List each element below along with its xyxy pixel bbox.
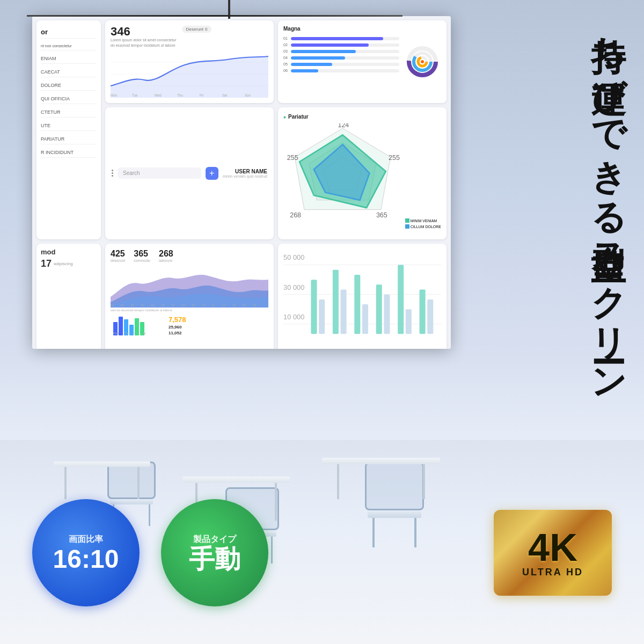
svg-text:14: 14 [243,304,246,307]
chart-top-center: 346 Lorem ipsum dolor sit amet consectet… [105,20,274,103]
svg-text:Thu: Thu [124,332,129,335]
svg-text:255: 255 [287,153,298,161]
svg-rect-63 [362,304,368,334]
aspect-ratio-badge: 画面比率 16:10 [32,499,140,606]
search-input[interactable]: Search [118,167,201,179]
svg-text:Sat: Sat [222,93,228,97]
svg-text:Tue: Tue [132,93,138,97]
username: USER NAME [223,169,267,174]
bar-row-3: 03 [283,49,399,53]
svg-text:Wed: Wed [155,93,162,97]
sidebar-item-or: or [41,26,97,39]
wave-chart-card: 425 deasrunt 365 commodo 268 laborum [105,244,274,349]
japanese-title: 持ち運びできる自立型スクリーン [590,12,628,385]
dots-menu[interactable] [112,170,113,177]
svg-text:50 000: 50 000 [283,253,304,261]
svg-text:Sun: Sun [245,93,251,97]
svg-text:12: 12 [222,304,225,307]
add-button[interactable]: + [206,167,218,180]
svg-rect-66 [398,265,404,334]
svg-point-16 [421,60,424,63]
svg-rect-43 [119,317,123,335]
bar-row-5: 05 [283,62,399,66]
chart-right-top: Magna 01 02 03 04 05 [278,20,447,103]
user-info: USER NAME minim veniam quis nostrud [223,169,267,178]
svg-text:03: 03 [131,304,134,307]
svg-rect-67 [406,309,412,334]
donut-chart-area [404,26,441,98]
svg-text:Fri: Fri [133,332,136,335]
svg-text:06: 06 [162,304,165,307]
svg-text:Wed: Wed [113,332,119,335]
product-type-badge: 製品タイプ 手動 [161,499,268,606]
svg-rect-68 [420,290,426,334]
jp-line1: 持ち運び [589,12,628,96]
svg-text:07: 07 [171,304,174,307]
stat-2: 25,960 [169,325,186,330]
svg-text:Sat: Sat [142,332,146,335]
vertical-bar-chart-card: 50 000 30 000 10 000 [278,244,447,349]
sidebar-item-6: CTETUR [41,107,97,118]
aspect-ratio-value: 16:10 [53,546,119,572]
svg-rect-62 [354,275,360,334]
svg-text:13: 13 [232,304,236,307]
svg-rect-60 [333,270,339,334]
small-text-2: do eiusmod tempor incididunt ut labore [111,43,177,48]
svg-text:10: 10 [202,304,205,307]
svg-text:09: 09 [192,304,195,307]
left-bottom-title: mod [41,248,97,256]
dropdown-label: Deserunt [186,27,203,32]
4k-main: 4K [528,528,577,567]
svg-rect-61 [341,290,347,334]
mini-stats: 7,578 25,960 11,052 [169,316,186,335]
bottom-badges-area: 画面比率 16:10 製品タイプ 手動 4K ULTRA HD [0,462,644,644]
radar-title: Pariatur [288,114,309,120]
svg-text:124: 124 [338,123,349,129]
svg-text:04: 04 [141,304,144,307]
wave-svg-area: 01 02 03 04 05 06 07 08 09 10 11 12 13 1… [111,265,268,308]
svg-text:255: 255 [389,153,400,161]
wave-num-3: 268 [159,249,173,259]
jp-line2: できる [589,96,628,218]
jp-line4: スクリーン [589,221,628,385]
left-bottom-label: adipiscing [54,261,73,266]
sidebar-item-9: R INCIDIDUNT [41,148,97,158]
4k-sub: ULTRA HD [522,567,583,578]
svg-text:268: 268 [290,211,301,219]
svg-text:05: 05 [151,304,155,307]
sidebar-item-5: QUI OFFICIA [41,94,97,104]
sidebar-item-3: CAECAT [41,67,97,77]
user-subtitle: minim veniam quis nostrud [223,174,267,178]
product-type-value: 手動 [189,546,240,572]
stat-1: 7,578 [169,316,186,324]
left-bottom-card: mod 17 adipiscing [36,244,101,349]
bar-row-4: 04 [283,56,399,60]
wave-label-2: commodo [134,259,150,262]
dropdown-value: 0 [205,27,207,32]
svg-rect-69 [427,299,433,334]
bar-list: Magna 01 02 03 04 05 [283,26,399,98]
bar-row-6: 06 [283,69,399,72]
stat-3: 11,052 [169,331,186,335]
dropdown-pill[interactable]: Deserunt 0 [182,26,212,33]
sidebar-item-1: nt non consectetur [41,42,97,50]
radar-chart-svg-area: 124 255 365 268 255 [283,123,402,229]
mini-bar-chart: Wed Thu Fri Sat 7,578 25,960 11,052 [111,314,268,335]
aspect-ratio-label: 画面比率 [69,534,103,545]
wave-num-2: 365 [134,249,150,259]
wave-numbers: 425 deasrunt 365 commodo 268 laborum [111,249,268,262]
radar-legend: MINIM VENIAM CILLUM DOLORE [405,123,441,229]
svg-text:Thu: Thu [177,93,183,97]
wave-label-1: deasrunt [111,259,125,262]
wave-legend: sed do eiusmod tempor incididunt ut labo… [111,309,268,312]
svg-rect-59 [319,299,325,334]
japanese-title-overlay: 持ち運びできる自立型スクリーン [440,0,644,386]
svg-rect-65 [384,295,390,334]
line-chart-area: Mon Tue Wed Thu Fri Sat Sun [111,50,268,98]
wave-label-3: laborum [159,259,173,262]
radar-chart-card: ▪ Pariatur 124 255 [278,107,447,239]
ceiling-rail [27,15,402,17]
svg-text:365: 365 [376,211,387,219]
svg-text:10 000: 10 000 [283,313,304,321]
svg-text:02: 02 [121,304,124,307]
